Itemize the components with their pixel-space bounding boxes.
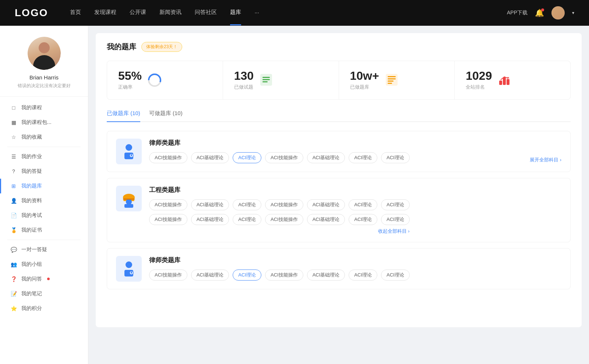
tag-2-s5[interactable]: ACI基础理论 xyxy=(307,214,345,225)
sidebar-menu: □ 我的课程 ▦ 我的课程包... ☆ 我的收藏 ☰ 我的作业 ? 我的答疑 ⊞ xyxy=(0,97,88,320)
file-icon: □ xyxy=(10,104,17,111)
stat-value-done: 130 xyxy=(234,70,254,82)
profile-avatar xyxy=(28,37,61,70)
tag-1-3[interactable]: ACI理论 xyxy=(233,152,261,163)
sidebar-item-favorites[interactable]: ☆ 我的收藏 xyxy=(0,130,88,144)
tag-3-7[interactable]: ACI理论 xyxy=(381,270,410,281)
profile-avatar-inner xyxy=(28,37,61,70)
tag-2-6[interactable]: ACI理论 xyxy=(349,199,377,210)
content-wrapper: 我的题库 体验剩余23天！ 55% 正确率 xyxy=(96,33,582,327)
sidebar-label-points: 我的积分 xyxy=(21,305,42,312)
svg-rect-5 xyxy=(262,81,268,82)
nav-home[interactable]: 首页 xyxy=(70,9,81,17)
sidebar-item-courses[interactable]: □ 我的课程 xyxy=(0,100,88,115)
avatar-chevron-icon[interactable]: ▾ xyxy=(572,10,574,15)
tag-2-s3[interactable]: ACI理论 xyxy=(233,214,261,225)
sidebar-item-points[interactable]: ⭐ 我的积分 xyxy=(0,301,88,316)
bank-icon-lawyer-3 xyxy=(116,256,142,282)
sidebar-item-myqa[interactable]: ? 我的答疑 xyxy=(0,164,88,179)
bank-name-3: 律师类题库 xyxy=(149,256,561,264)
tag-2-s2[interactable]: ACI基础理论 xyxy=(191,214,229,225)
sidebar-item-1on1[interactable]: 💬 一对一答疑 xyxy=(0,242,88,257)
sidebar-item-homework[interactable]: ☰ 我的作业 xyxy=(0,149,88,164)
tag-2-1[interactable]: ACI技能操作 xyxy=(149,199,187,210)
nav-qa[interactable]: 问答社区 xyxy=(195,9,217,17)
avatar[interactable] xyxy=(551,6,565,19)
nav-more[interactable]: ··· xyxy=(254,9,259,17)
chat-icon: 💬 xyxy=(10,246,17,253)
nav-news[interactable]: 新闻资讯 xyxy=(159,9,181,17)
svg-rect-13 xyxy=(507,79,509,85)
stat-label-banks: 已做题库 xyxy=(350,84,379,90)
sidebar-item-exam[interactable]: 📄 我的考试 xyxy=(0,208,88,223)
navbar: LOGO 首页 发现课程 公开课 新闻资讯 问答社区 题库 ··· APP下载 … xyxy=(0,0,589,26)
sidebar-label-myqa: 我的答疑 xyxy=(21,168,42,175)
stat-value-rank: 1029 xyxy=(466,70,492,82)
bank-info-1: 律师类题库 ACI技能操作 ACI基础理论 ACI理论 ACI技能操作 ACI基… xyxy=(149,139,561,163)
tag-3-2[interactable]: ACI基础理论 xyxy=(191,270,229,281)
sidebar-item-questionbank[interactable]: ⊞ 我的题库 xyxy=(0,179,88,193)
tag-1-7[interactable]: ACI理论 xyxy=(381,152,410,163)
stat-correct-rate: 55% 正确率 xyxy=(107,61,223,99)
sidebar-label-1on1: 一对一答疑 xyxy=(21,246,47,253)
stat-label-correct: 正确率 xyxy=(118,84,142,90)
bar-icon: ▦ xyxy=(10,119,17,126)
tag-1-1[interactable]: ACI技能操作 xyxy=(149,152,187,163)
tag-2-2[interactable]: ACI基础理论 xyxy=(191,199,229,210)
sidebar-item-cert[interactable]: 🏅 我的证书 xyxy=(0,223,88,238)
page-title: 我的题库 xyxy=(107,42,136,52)
tab-done-banks[interactable]: 已做题库 (10) xyxy=(107,110,140,121)
tag-1-2[interactable]: ACI基础理论 xyxy=(191,152,229,163)
collapse-btn-2[interactable]: 收起全部科目 › xyxy=(149,228,410,235)
profile-bio: 错误的决定比没有决定要好 xyxy=(18,83,71,89)
expand-btn-1[interactable]: 展开全部科目 › xyxy=(530,157,561,163)
svg-rect-7 xyxy=(388,76,396,77)
stat-value-group-1: 55% 正确率 xyxy=(118,70,142,90)
tag-2-4[interactable]: ACI技能操作 xyxy=(265,199,303,210)
bank-card-2-top: 工程类题库 ACI技能操作 ACI基础理论 ACI理论 ACI技能操作 ACI基… xyxy=(116,186,410,235)
tag-1-5[interactable]: ACI基础理论 xyxy=(307,152,345,163)
sidebar-divider-2 xyxy=(7,240,81,240)
tag-1-6[interactable]: ACI理论 xyxy=(349,152,377,163)
sidebar-label-qanda: 我的问答 xyxy=(21,276,42,282)
cert-icon: 🏅 xyxy=(10,227,17,233)
tag-3-4[interactable]: ACI技能操作 xyxy=(265,270,303,281)
tag-2-s7[interactable]: ACI理论 xyxy=(381,214,410,225)
pie-chart-icon xyxy=(148,73,162,87)
tag-3-1[interactable]: ACI技能操作 xyxy=(149,270,187,281)
app-download-button[interactable]: APP下载 xyxy=(507,10,528,16)
sidebar-item-qanda[interactable]: ❓ 我的问答 xyxy=(0,272,88,286)
sidebar-label-homework: 我的作业 xyxy=(21,153,42,160)
sidebar-item-coursepack[interactable]: ▦ 我的课程包... xyxy=(0,115,88,130)
sidebar-label-courses: 我的课程 xyxy=(21,104,42,111)
tag-3-3[interactable]: ACI理论 xyxy=(233,270,261,281)
tag-2-s1[interactable]: ACI技能操作 xyxy=(149,214,187,225)
tab-available-banks[interactable]: 可做题库 (10) xyxy=(149,110,183,121)
stat-done-banks: 10w+ 已做题库 xyxy=(339,61,455,99)
tag-3-6[interactable]: ACI理论 xyxy=(349,270,377,281)
stat-value-correct: 55% xyxy=(118,70,142,82)
notification-bell[interactable]: 🔔 xyxy=(535,8,544,17)
tag-2-s4[interactable]: ACI技能操作 xyxy=(265,214,303,225)
tag-3-5[interactable]: ACI基础理论 xyxy=(307,270,345,281)
stat-value-group-4: 1029 全站排名 xyxy=(466,70,492,90)
tag-2-s6[interactable]: ACI理论 xyxy=(349,214,377,225)
tag-2-7[interactable]: ACI理论 xyxy=(381,199,410,210)
sidebar-item-group[interactable]: 👥 我的小组 xyxy=(0,257,88,272)
nav-discover[interactable]: 发现课程 xyxy=(94,9,116,17)
tag-2-5[interactable]: ACI基础理论 xyxy=(307,199,345,210)
svg-rect-8 xyxy=(388,78,396,79)
sidebar-profile: Brian Harris 错误的决定比没有决定要好 xyxy=(0,26,88,97)
nav-opencourse[interactable]: 公开课 xyxy=(130,9,146,17)
sidebar-item-profile[interactable]: 👤 我的资料 xyxy=(0,193,88,208)
bank-card-1: 律师类题库 ACI技能操作 ACI基础理论 ACI理论 ACI技能操作 ACI基… xyxy=(107,131,571,172)
nav-questionbank[interactable]: 题库 xyxy=(230,9,241,17)
sidebar-item-notes[interactable]: 📝 我的笔记 xyxy=(0,286,88,301)
sidebar-label-profile: 我的资料 xyxy=(21,197,42,204)
svg-rect-3 xyxy=(262,77,270,78)
book-icon xyxy=(385,73,399,87)
tag-2-3[interactable]: ACI理论 xyxy=(233,199,261,210)
tag-1-4[interactable]: ACI技能操作 xyxy=(265,152,303,163)
list-icon xyxy=(260,73,274,87)
doc-icon: ☰ xyxy=(10,153,17,160)
